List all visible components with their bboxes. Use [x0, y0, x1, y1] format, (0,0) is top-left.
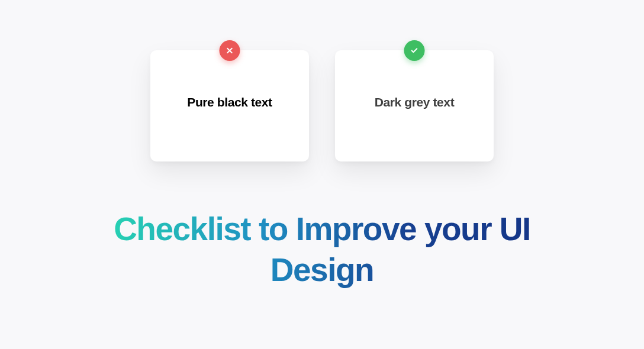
- comparison-cards-row: Pure black text Dark grey text: [150, 50, 494, 161]
- good-card-label: Dark grey text: [375, 95, 454, 109]
- good-example-card: Dark grey text: [335, 50, 494, 161]
- bad-card-label: Pure black text: [187, 95, 272, 109]
- cross-icon: [220, 40, 240, 61]
- page-title: Checklist to Improve your UI Design: [109, 209, 535, 290]
- check-icon: [404, 40, 425, 61]
- bad-example-card: Pure black text: [150, 50, 309, 161]
